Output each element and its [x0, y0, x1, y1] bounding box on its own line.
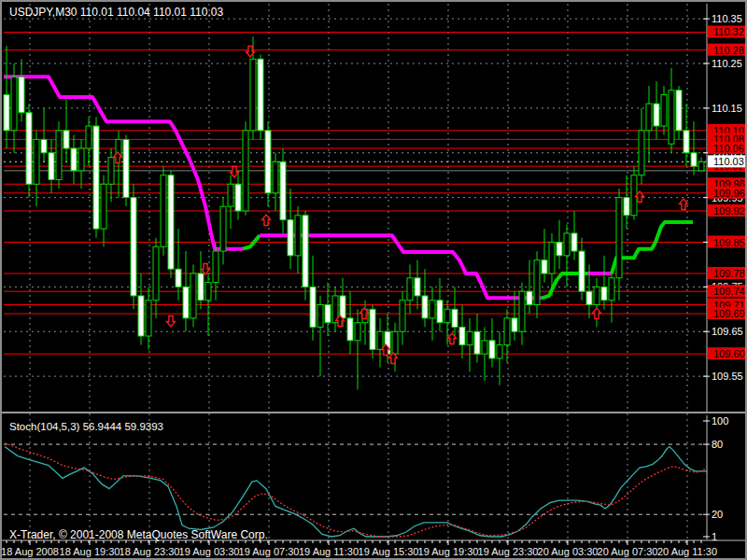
candle-body	[422, 296, 428, 318]
candle-body	[19, 77, 24, 112]
candle-body	[512, 318, 517, 331]
candle-body	[564, 233, 570, 256]
candles-layer	[4, 36, 704, 389]
time-axis-label: 20 Aug 03:30	[538, 546, 599, 557]
candle-body	[56, 131, 62, 180]
candle-body	[601, 287, 607, 300]
candle-body	[26, 113, 32, 185]
price-tick-label: 109.55	[712, 371, 743, 382]
candle-body	[549, 243, 555, 274]
candle-body	[452, 309, 458, 327]
copyright-status-text: X-Trader, © 2001-2008 MetaQuotes SoftWar…	[9, 528, 268, 541]
price-level-box-label: 109.85	[713, 237, 745, 248]
candle-body	[11, 77, 17, 130]
candle-body	[661, 95, 667, 127]
candle-body	[571, 233, 577, 251]
candle-body	[616, 198, 622, 278]
trading-terminal-window: 110.35110.25110.15110.05109.95109.85109.…	[0, 0, 747, 560]
candle-body	[303, 216, 308, 287]
price-tick-label: 109.65	[712, 326, 743, 337]
price-level-box-label: 109.78	[713, 268, 745, 279]
candle-body	[482, 341, 487, 354]
candle-body	[579, 251, 585, 291]
chart-canvas[interactable]: 110.35110.25110.15110.05109.95109.85109.…	[2, 2, 745, 558]
price-level-box-label: 109.92	[713, 205, 745, 217]
candle-body	[108, 158, 114, 185]
candle-body	[258, 59, 263, 131]
buy-arrow-icon	[680, 199, 688, 210]
candle-body	[459, 327, 465, 344]
candle-body	[34, 139, 39, 184]
candle-body	[340, 296, 345, 318]
buy-arrow-icon	[593, 308, 601, 319]
candle-body	[161, 175, 166, 247]
candle-body	[131, 198, 136, 296]
candle-body	[497, 345, 502, 358]
candle-body	[176, 269, 181, 287]
candle-body	[205, 283, 211, 301]
candle-body	[370, 309, 375, 349]
current-price-box-label: 110.03	[713, 156, 744, 167]
time-axis-label: 19 Aug 03:30	[179, 546, 240, 557]
candle-body	[669, 91, 674, 144]
candle-body	[377, 331, 383, 349]
stochastic-layer	[5, 443, 707, 537]
grid-layer	[4, 4, 706, 539]
price-levels-layer	[4, 32, 706, 354]
stoch-main-line	[5, 447, 707, 537]
stoch-tick-label: 100	[712, 415, 728, 427]
candle-body	[325, 305, 331, 323]
sell-arrow-icon	[231, 167, 239, 178]
time-axis-label: 19 Aug 23:30	[478, 546, 539, 557]
candle-body	[49, 153, 54, 180]
candle-body	[123, 139, 129, 197]
candle-body	[101, 184, 106, 229]
chart-title: USDJPY,M30 110.01 110.04 110.01 110.03	[9, 6, 223, 19]
candle-body	[654, 104, 659, 126]
candle-body	[489, 341, 495, 358]
candle-body	[609, 278, 614, 301]
candle-body	[355, 323, 360, 341]
candle-body	[698, 161, 704, 171]
candle-body	[146, 301, 151, 336]
price-level-box-label: 109.74	[713, 286, 745, 297]
stoch-tick-label: 20	[712, 509, 723, 520]
candle-body	[527, 291, 532, 304]
time-axis-label: 20 Aug 07:30	[598, 546, 658, 557]
candle-body	[684, 131, 689, 153]
candle-body	[63, 131, 69, 148]
candle-body	[138, 296, 144, 336]
candle-body	[288, 220, 293, 256]
candle-body	[624, 198, 629, 216]
price-tick-label: 110.15	[712, 103, 742, 114]
candle-body	[78, 148, 84, 171]
time-axis-label: 18 Aug 19:30	[60, 546, 120, 557]
stoch-signal-line	[5, 443, 707, 537]
candle-body	[444, 309, 450, 322]
price-level-box-label: 109.69	[713, 308, 745, 319]
time-axis-label: 19 Aug 07:30	[239, 546, 300, 557]
candle-body	[646, 104, 652, 131]
candle-body	[691, 153, 697, 166]
candle-body	[347, 318, 353, 341]
candle-body	[265, 131, 271, 193]
candle-body	[4, 95, 9, 131]
time-axis-label: 20 Aug 11:30	[657, 546, 717, 557]
candle-body	[213, 251, 218, 283]
candle-body	[243, 131, 248, 211]
candle-body	[41, 139, 47, 152]
stochastic-label: Stoch(104,5,3) 56.9444 59.9393	[9, 421, 163, 432]
candle-body	[676, 91, 682, 131]
price-tick-label: 110.35	[712, 13, 742, 24]
candle-body	[310, 287, 316, 327]
trend-line-down	[260, 235, 542, 298]
candle-body	[198, 273, 204, 301]
axis-background	[707, 2, 745, 558]
candle-body	[519, 291, 525, 331]
candle-body	[639, 131, 644, 175]
candle-body	[504, 318, 510, 345]
candle-body	[586, 291, 592, 304]
price-level-box-label: 110.06	[713, 143, 744, 154]
time-axis-label: 18 Aug 2008	[2, 546, 59, 557]
sell-arrow-icon	[202, 264, 210, 275]
